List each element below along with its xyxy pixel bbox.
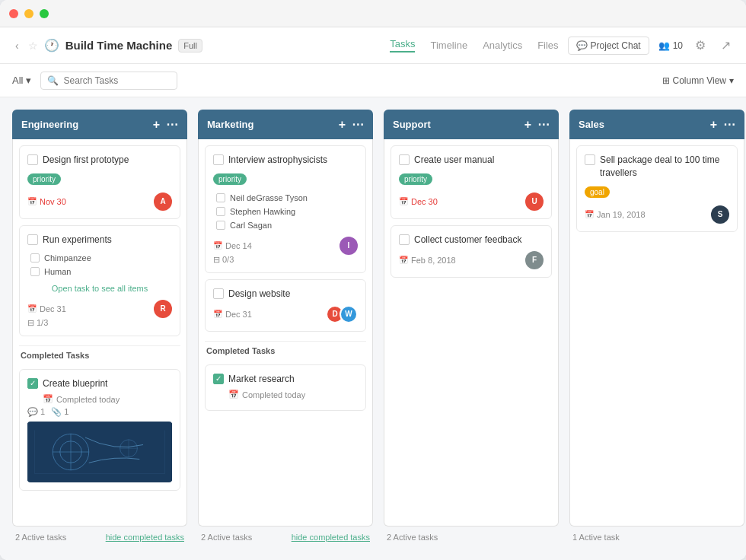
task-checkbox-completed[interactable]: ✓ [27,378,38,389]
subtask-label: Neil deGrasse Tyson [230,193,308,202]
subtask-row: Stephen Hawking [213,205,358,218]
more-options-button-marketing[interactable]: ⋯ [352,117,364,132]
app-content: ‹ ☆ 🕐 Build Time Machine Full Tasks Time… [0,27,746,560]
task-meta: 📅 Dec 14 I [213,237,358,255]
completed-task-card[interactable]: ✓ Market research 📅 Completed today [205,364,366,412]
subtask-checkbox[interactable] [30,253,40,262]
subtask-checkbox[interactable] [216,207,225,216]
task-card[interactable]: Run experiments Chimpanzee Human Open ta… [19,225,180,336]
members-count: 10 [673,40,683,51]
task-date: 📅 Dec 31 [213,310,252,319]
back-button[interactable]: ‹ [12,37,22,55]
task-title: Run experiments [43,234,112,247]
topbar-left: ‹ ☆ 🕐 Build Time Machine Full [12,37,381,55]
column-support: Support + ⋯ Create user manual priority … [384,110,559,548]
task-checkbox[interactable] [27,234,38,245]
column-body-support: Create user manual priority 📅 Dec 30 U C… [384,139,559,527]
column-view-icon: ⊞ [662,75,670,86]
favorite-icon[interactable]: ☆ [28,40,38,52]
add-task-button-marketing[interactable]: + [339,118,346,132]
task-card[interactable]: Create user manual priority 📅 Dec 30 U [391,145,552,219]
attachment-count: 📎 1 [51,407,69,417]
task-card[interactable]: Collect customer feedback 📅 Feb 8, 2018 … [391,225,552,278]
task-card[interactable]: Interview astrophysicists priority Neil … [205,145,366,273]
calendar-icon: 📅 [213,241,222,250]
task-checkbox[interactable] [213,288,224,299]
completed-task-card[interactable]: ✓ Create blueprint 📅 Completed today 💬 1… [19,369,180,492]
column-marketing: Marketing + ⋯ Interview astrophysicists … [198,110,373,548]
task-title-row: Design website [213,288,358,301]
nav-tasks[interactable]: Tasks [390,38,415,52]
task-title-row: ✓ Create blueprint [27,377,172,390]
task-meta: 📅 Dec 31 R [27,300,172,318]
column-view-button[interactable]: ⊞ Column View ▾ [662,75,734,86]
share-icon[interactable]: ↗ [718,35,734,56]
add-task-button-sales[interactable]: + [710,118,717,132]
column-sales: Sales + ⋯ Sell package deal to 100 time … [569,110,744,548]
task-title: Design website [228,288,290,301]
task-card[interactable]: Design website 📅 Dec 31 DW [205,279,366,332]
project-chat-button[interactable]: 💬 Project Chat [568,37,649,55]
column-footer-support: 2 Active tasks [384,527,559,548]
column-footer-sales: 1 Active task [569,527,744,548]
settings-icon[interactable]: ⚙ [692,35,709,56]
task-badge: goal [585,186,610,198]
column-header-sales: Sales + ⋯ [569,110,744,139]
task-title-row: Interview astrophysicists [213,154,358,167]
close-button[interactable] [9,9,18,18]
search-box: 🔍 [40,72,177,90]
avatar: U [525,192,544,211]
task-checkbox[interactable] [399,234,410,245]
topbar-right: 💬 Project Chat 👥 10 ⚙ ↗ [568,35,734,56]
members-button[interactable]: 👥 10 [658,40,683,51]
active-tasks-count: 1 Active task [572,533,620,542]
task-card[interactable]: Sell package deal to 100 time travellers… [576,145,738,232]
date-label: Dec 31 [225,310,252,319]
task-title: Create user manual [414,154,494,167]
task-checkbox[interactable] [585,154,595,165]
add-task-button-engineering[interactable]: + [153,118,160,132]
nav-timeline[interactable]: Timeline [430,40,467,51]
full-badge[interactable]: Full [178,39,202,52]
more-options-button-support[interactable]: ⋯ [537,117,550,132]
subtask-row: Chimpanzee [27,251,172,265]
task-meta: 📅 Nov 30 A [27,192,172,211]
more-options-button-engineering[interactable]: ⋯ [166,117,178,132]
calendar-icon: 📅 [228,390,239,399]
nav-files[interactable]: Files [537,40,558,51]
subtask-label: Human [44,267,71,276]
minimize-button[interactable] [24,9,33,18]
subtask-checkbox[interactable] [30,267,40,276]
task-title-row: Design first prototype [27,154,172,167]
column-engineering: Engineering + ⋯ Design first prototype p… [12,110,187,548]
task-date: 📅 Dec 14 [213,241,252,250]
task-title: Interview astrophysicists [228,154,327,167]
nav-analytics[interactable]: Analytics [483,40,522,51]
subtask-list: Neil deGrasse Tyson Stephen Hawking Carl… [213,191,358,232]
comment-count: 💬 1 [27,407,45,417]
task-checkbox-completed[interactable]: ✓ [213,374,224,384]
toolbar: All ▾ 🔍 ⊞ Column View ▾ [0,64,746,97]
filter-button[interactable]: All ▾ [12,75,31,86]
add-task-button-support[interactable]: + [524,118,531,132]
subtask-checkbox[interactable] [216,221,225,230]
subtask-row: Human [27,265,172,278]
search-input[interactable] [63,75,171,86]
task-progress: ⊟ 0/3 [213,255,358,265]
date-label: Dec 14 [225,241,252,250]
more-options-button-sales[interactable]: ⋯ [723,117,735,132]
maximize-button[interactable] [40,9,49,18]
task-checkbox[interactable] [213,154,224,165]
task-badge: priority [399,173,432,185]
task-meta: 📅 Dec 30 U [399,192,544,211]
hide-completed-link[interactable]: hide completed tasks [106,533,184,542]
hide-completed-link[interactable]: hide completed tasks [292,533,370,542]
subtask-checkbox[interactable] [216,193,225,202]
open-task-link[interactable]: Open task to see all items [27,282,172,295]
task-checkbox[interactable] [399,154,410,165]
topbar: ‹ ☆ 🕐 Build Time Machine Full Tasks Time… [0,27,746,64]
task-checkbox[interactable] [27,154,38,165]
avatar: I [340,237,358,255]
task-title-row: Sell package deal to 100 time travellers [585,154,729,180]
task-card[interactable]: Design first prototype priority 📅 Nov 30… [19,145,180,219]
